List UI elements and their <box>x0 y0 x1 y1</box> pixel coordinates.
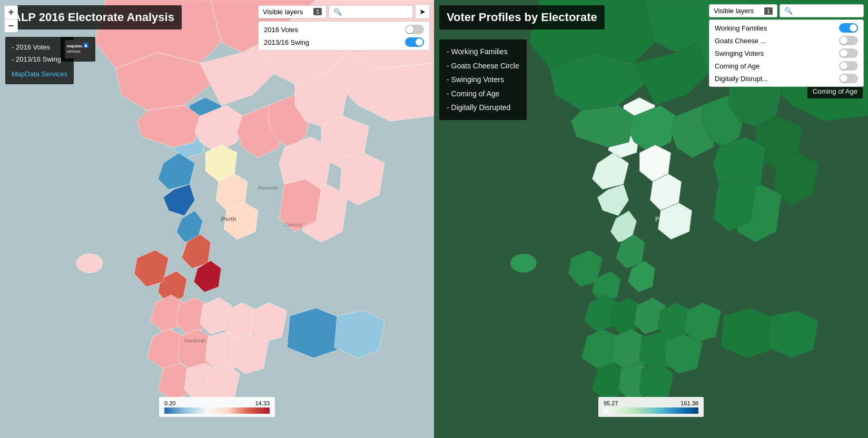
left-title-box: ALP 2016 Electorate Analysis <box>5 5 182 29</box>
right-info-item-5: - Digitally Disrupted <box>447 101 519 115</box>
right-info-item-3: - Swinging Voters <box>447 73 519 87</box>
electorate-pink1[interactable] <box>137 105 200 147</box>
r-perth-label: Perth <box>655 216 670 222</box>
right-info-item-2: - Goats Cheese Circle <box>447 59 519 73</box>
mapdata-logo-box: mapdata services <box>61 37 95 62</box>
left-navigate-btn[interactable]: ➤ <box>415 4 430 19</box>
right-info-box: - Working Families - Goats Cheese Circle… <box>439 39 527 120</box>
electorate-blue1[interactable] <box>158 153 195 190</box>
right-layer-name-4: Coming of Age <box>715 62 760 70</box>
right-info-item-4: - Coming of Age <box>447 87 519 101</box>
reservoir-label: Reservoir <box>258 185 279 191</box>
right-toggle-knob-5 <box>840 75 847 82</box>
right-layers-dropdown[interactable]: Visible layers 1 <box>709 4 777 17</box>
layers-badge: 1 <box>313 8 322 15</box>
electorate-south5[interactable] <box>250 303 287 342</box>
left-layer-toggle-1[interactable] <box>405 25 424 34</box>
popup-label: Coming of Age <box>813 87 857 95</box>
right-layers-label: Visible layers <box>714 7 754 15</box>
perth-label: Perth <box>221 216 236 222</box>
layers-label: Visible layers <box>263 8 303 16</box>
right-toggle-knob-4 <box>840 62 847 69</box>
mandurah-label: Mandurah <box>184 338 206 343</box>
right-panel: Perth Voter Profiles by Electorate - Wor… <box>434 0 868 438</box>
left-panel: Perth Reservoir Canning Mandurah ALP 201… <box>0 0 434 438</box>
right-layer-name-5: Digitally Disrupt... <box>715 75 768 83</box>
svg-text:services: services <box>67 49 81 53</box>
electorate-farsouth4[interactable] <box>231 334 269 374</box>
right-layer-toggle-1[interactable] <box>839 23 858 33</box>
r-electorate-coastal-r[interactable] <box>568 250 603 287</box>
left-toggle-knob-2 <box>416 38 423 46</box>
left-scale-labels: 0.20 14.33 <box>164 400 270 406</box>
r-electorate-lightgreen1[interactable] <box>592 153 629 190</box>
right-layer-toggle-4[interactable] <box>839 61 858 71</box>
right-search-box[interactable]: 🔍 <box>780 4 864 17</box>
zoom-in-btn[interactable]: + <box>4 5 18 19</box>
right-scale-max: 161.38 <box>680 400 698 406</box>
search-icon-right: 🔍 <box>784 7 793 15</box>
right-controls-panel: Visible layers 1 🔍 Working Families Goat… <box>709 4 864 87</box>
legend-item-2: - 2013/16 Swing <box>12 53 67 65</box>
right-layer-name-1: Working Families <box>715 24 767 32</box>
electorate-lblue2[interactable] <box>334 311 384 358</box>
left-layer-row-2: 2013/16 Swing <box>264 37 424 47</box>
r-electorate-lblue2[interactable] <box>768 311 818 358</box>
navigate-icon: ➤ <box>419 7 426 16</box>
r-electorate-bluesouth[interactable] <box>721 308 776 358</box>
left-controls-panel: Visible layers 1 🔍 ➤ 2016 Votes 2013/16 … <box>258 4 430 51</box>
right-scale-labels: 95.27 161.38 <box>604 400 698 406</box>
left-scale-bar: 0.20 14.33 <box>159 397 275 417</box>
left-layer-row-1: 2016 Votes <box>264 25 424 34</box>
electorate-coastal-red[interactable] <box>134 250 169 287</box>
right-layer-name-3: Swinging Voters <box>715 49 764 57</box>
right-layer-row-1: Working Families <box>715 23 858 33</box>
electorate-island[interactable] <box>76 254 103 273</box>
right-scale-gradient <box>604 407 698 414</box>
r-electorate-south5[interactable] <box>684 303 721 342</box>
left-search-box[interactable]: 🔍 <box>329 5 413 18</box>
left-zoom-controls: + − <box>4 5 18 33</box>
left-scale-min: 0.20 <box>164 400 175 406</box>
left-layer-toggle-2[interactable] <box>405 37 424 47</box>
left-scale-max: 14.33 <box>255 400 270 406</box>
left-layer-toggles: 2016 Votes 2013/16 Swing <box>258 21 430 51</box>
r-electorate-medgreen1[interactable] <box>571 105 634 147</box>
right-info-item-1: - Working Families <box>447 45 519 59</box>
right-layers-badge: 1 <box>764 7 773 15</box>
right-title: Voter Profiles by Electorate <box>447 11 597 24</box>
right-layer-row-3: Swinging Voters <box>715 48 858 58</box>
right-layer-toggle-5[interactable] <box>839 74 858 83</box>
right-top-controls: Visible layers 1 🔍 <box>709 4 864 17</box>
right-search-input[interactable] <box>795 7 859 15</box>
right-layer-row-2: Goats Cheese ... <box>715 36 858 45</box>
right-title-box: Voter Profiles by Electorate <box>439 5 605 29</box>
search-icon-left: 🔍 <box>333 8 342 16</box>
left-title: ALP 2016 Electorate Analysis <box>13 11 174 24</box>
right-scale-min: 95.27 <box>604 400 618 406</box>
left-scale-gradient <box>164 407 270 414</box>
right-layer-toggle-3[interactable] <box>839 48 858 58</box>
mapdata-logo-svg: mapdata services <box>65 40 91 58</box>
right-toggle-knob-2 <box>840 37 847 44</box>
canning-label: Canning <box>284 222 302 227</box>
legend-item-1: - 2016 Votes <box>12 41 67 53</box>
left-layers-dropdown[interactable]: Visible layers 1 <box>258 5 327 18</box>
electorate-bluesouth[interactable] <box>287 308 342 358</box>
right-layer-toggle-2[interactable] <box>839 36 858 45</box>
svg-text:mapdata: mapdata <box>67 44 82 48</box>
right-toggle-knob-3 <box>840 49 847 57</box>
left-search-input[interactable] <box>344 8 408 16</box>
mapdata-link[interactable]: MapData Services <box>12 68 67 80</box>
zoom-out-btn[interactable]: − <box>4 19 18 33</box>
left-layer-name-1: 2016 Votes <box>264 26 298 34</box>
left-toggle-knob-1 <box>406 26 413 33</box>
left-layer-name-2: 2013/16 Swing <box>264 38 309 46</box>
left-top-controls: Visible layers 1 🔍 ➤ <box>258 4 430 19</box>
r-electorate-farsouth4[interactable] <box>665 334 703 374</box>
right-layer-row-5: Digitally Disrupt... <box>715 74 858 83</box>
r-electorate-island[interactable] <box>510 254 537 273</box>
right-layer-name-2: Goats Cheese ... <box>715 37 766 45</box>
right-toggle-knob-1 <box>850 24 857 32</box>
right-layer-row-4: Coming of Age <box>715 61 858 71</box>
